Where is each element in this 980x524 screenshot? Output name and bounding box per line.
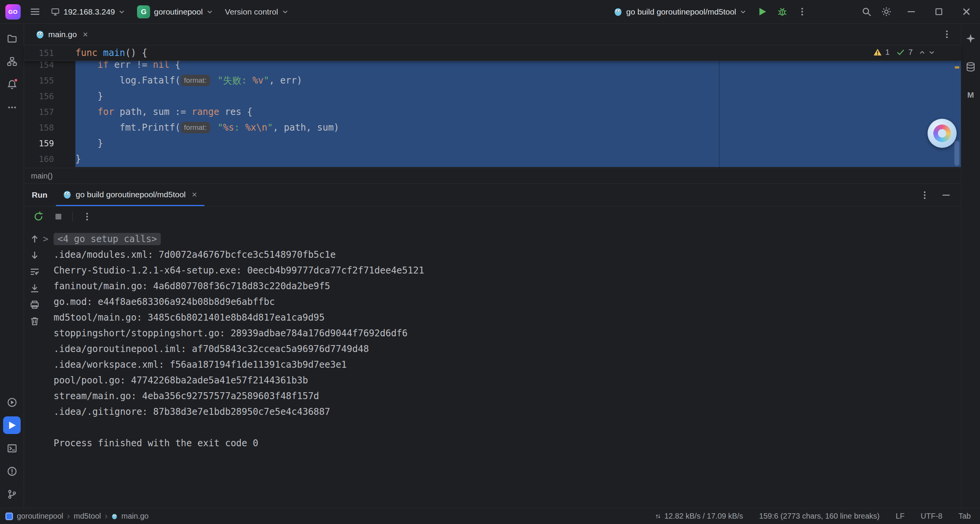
- console-line: Cherry-Studio-1.2.1-x64-setup.exe: 0eecb…: [54, 263, 952, 278]
- more-tool-windows-button[interactable]: [3, 98, 21, 116]
- code-line[interactable]: 155 log.Fatalf(format: "失败: %v", err): [24, 73, 961, 88]
- run-panel-title[interactable]: Run: [30, 184, 56, 206]
- line-separator-widget[interactable]: LF: [896, 512, 905, 521]
- run-tool-button[interactable]: [3, 416, 21, 434]
- sticky-line[interactable]: 151func main() {: [24, 45, 961, 61]
- database-tool-button[interactable]: [962, 58, 980, 75]
- editor-tab-label: main.go: [48, 30, 77, 39]
- notifications-button[interactable]: [3, 75, 21, 93]
- chevron-down-icon: [740, 9, 746, 15]
- settings-button[interactable]: [877, 3, 895, 21]
- run-config-widget[interactable]: go build goroutinepool/md5tool: [609, 4, 751, 20]
- project-tool-button[interactable]: [3, 29, 21, 47]
- run-tab[interactable]: go build goroutinepool/md5tool: [56, 184, 204, 206]
- project-widget[interactable]: G goroutinepool: [132, 2, 217, 22]
- console-more-button[interactable]: [78, 208, 96, 226]
- search-everywhere-button[interactable]: [858, 3, 875, 21]
- editor-tab-options-button[interactable]: [938, 26, 956, 43]
- code-line[interactable]: 160}: [24, 151, 961, 167]
- module-icon[interactable]: [5, 513, 13, 520]
- main-menu-button[interactable]: [26, 3, 44, 21]
- more-actions-button[interactable]: [793, 3, 811, 21]
- code-text[interactable]: }: [75, 88, 961, 104]
- close-tab-icon[interactable]: [82, 31, 88, 38]
- run-button[interactable]: [753, 3, 771, 21]
- code-text[interactable]: log.Fatalf(format: "失败: %v", err): [75, 73, 961, 88]
- scroll-to-end-button[interactable]: [29, 282, 40, 294]
- network-speed-label: 12.82 kB/s / 17.09 kB/s: [664, 512, 743, 521]
- window-maximize-button[interactable]: [925, 0, 952, 24]
- titlebar: GO 192.168.3.249 G goroutinepool Version…: [0, 0, 980, 24]
- hide-tool-window-button[interactable]: [937, 186, 955, 204]
- stop-icon: [53, 211, 64, 222]
- code-line[interactable]: 159 }: [24, 136, 961, 151]
- services-tool-button[interactable]: [3, 393, 21, 411]
- network-speed-widget[interactable]: 12.82 kB/s / 17.09 kB/s: [655, 512, 743, 521]
- ai-assistant-tool-button[interactable]: [962, 29, 980, 47]
- code-text[interactable]: func main() {: [75, 45, 961, 61]
- play-icon: [7, 420, 17, 431]
- line-number: 155: [24, 73, 75, 88]
- close-run-tab-icon[interactable]: [191, 192, 198, 198]
- prev-occurrence-button[interactable]: [29, 233, 40, 244]
- problems-tool-button[interactable]: [3, 462, 21, 480]
- run-console[interactable]: ><4 go setup calls>.idea/modules.xml: 7d…: [24, 227, 961, 508]
- status-bar: goroutinepool › md5tool › main.go 12.82 …: [0, 508, 980, 524]
- vcs-widget[interactable]: Version control: [220, 4, 293, 20]
- debug-button[interactable]: [773, 3, 791, 21]
- code-line[interactable]: 156 }: [24, 88, 961, 104]
- breadcrumb-folder[interactable]: md5tool: [74, 512, 101, 521]
- indent-widget[interactable]: Tab: [959, 512, 971, 521]
- encoding-widget[interactable]: UTF-8: [921, 512, 942, 521]
- editor-tab-main-go[interactable]: main.go: [29, 24, 95, 45]
- next-occurrence-button[interactable]: [29, 249, 40, 261]
- prev-problem-icon[interactable]: [919, 49, 925, 56]
- stop-button[interactable]: [49, 208, 67, 226]
- code-text[interactable]: }: [75, 136, 961, 151]
- terminal-tool-button[interactable]: [3, 439, 21, 457]
- code-token: %s: [223, 122, 234, 133]
- code-line[interactable]: 158 fmt.Printf(format: "%s: %x\n", path,…: [24, 120, 961, 136]
- code-token: , path, sum): [273, 122, 339, 133]
- structure-tool-button[interactable]: [3, 52, 21, 70]
- code-token: range: [191, 106, 219, 117]
- code-token: {: [170, 61, 181, 70]
- run-tool-window: Run go build goroutinepool/md5tool: [24, 184, 961, 508]
- inspections-widget[interactable]: 1 7: [870, 47, 938, 57]
- folded-output-chip[interactable]: <4 go setup calls>: [54, 233, 161, 245]
- breadcrumb-project[interactable]: goroutinepool: [17, 512, 63, 521]
- kebab-icon: [82, 211, 92, 222]
- clear-console-button[interactable]: [29, 315, 40, 327]
- context-breadcrumb-bar[interactable]: main(): [24, 168, 961, 184]
- fold-expand-arrow[interactable]: >: [43, 231, 48, 247]
- run-panel-header: Run go build goroutinepool/md5tool: [24, 184, 961, 206]
- code-line[interactable]: 154 if err != nil {: [24, 61, 961, 73]
- breadcrumb-file[interactable]: main.go: [121, 512, 149, 521]
- m-plugin-tool-button[interactable]: M: [962, 86, 980, 104]
- chevron-down-icon: [282, 9, 288, 15]
- warning-icon: [873, 48, 882, 57]
- code-editor[interactable]: 151func main() { 154 if err != nil {155 …: [24, 45, 961, 184]
- window-close-button[interactable]: [952, 0, 980, 24]
- window-minimize-button[interactable]: [897, 0, 925, 24]
- remote-host-widget[interactable]: 192.168.3.249: [46, 4, 130, 20]
- run-panel-options-button[interactable]: [916, 186, 933, 204]
- error-stripe-warning-mark[interactable]: [955, 66, 959, 69]
- code-token: ": [217, 122, 223, 133]
- editor-scrollbar-thumb[interactable]: [954, 141, 959, 166]
- assistant-floating-button[interactable]: [928, 119, 957, 148]
- code-text[interactable]: for path, sum := range res {: [75, 104, 961, 120]
- code-text[interactable]: }: [75, 151, 961, 167]
- console-folded-line[interactable]: ><4 go setup calls>: [54, 231, 952, 247]
- rerun-button[interactable]: [29, 208, 47, 226]
- code-line[interactable]: 157 for path, sum := range res {: [24, 104, 961, 120]
- caret-position-widget[interactable]: 159:6 (2773 chars, 160 line breaks): [759, 512, 880, 521]
- soft-wrap-button[interactable]: [29, 266, 40, 277]
- code-token: ": [267, 122, 273, 133]
- code-text[interactable]: fmt.Printf(format: "%s: %x\n", path, sum…: [75, 120, 961, 136]
- print-button[interactable]: [29, 299, 40, 310]
- editor-tab-bar: main.go: [24, 24, 961, 45]
- git-tool-button[interactable]: [3, 485, 21, 503]
- code-text[interactable]: if err != nil {: [75, 61, 961, 73]
- next-problem-icon[interactable]: [929, 49, 935, 56]
